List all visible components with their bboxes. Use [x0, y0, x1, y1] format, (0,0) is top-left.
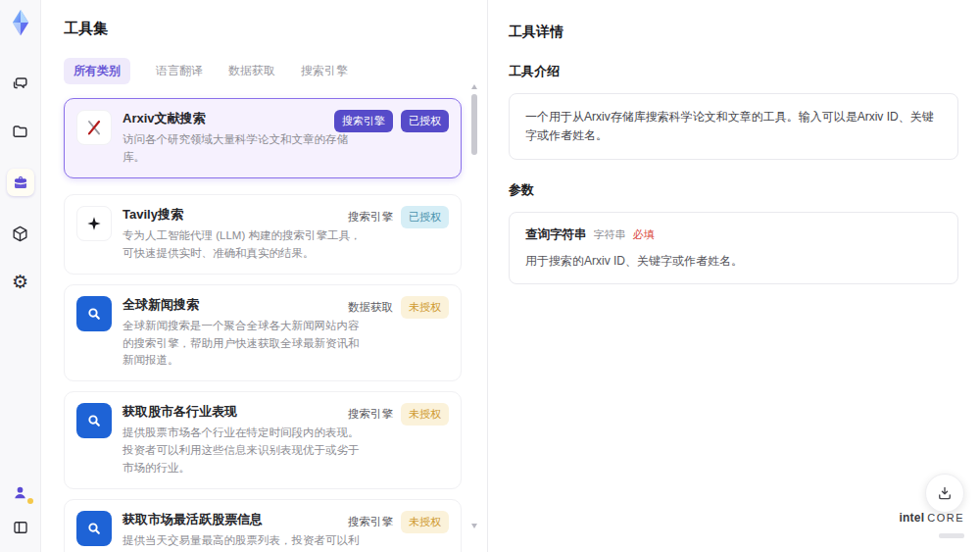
scroll-down-arrow-icon[interactable] [471, 524, 477, 528]
brand-intel-text: intel [900, 511, 925, 525]
tool-name: Arxiv文献搜索 [122, 110, 369, 127]
param-name: 查询字符串 [525, 226, 587, 243]
tab-search-engine[interactable]: 搜索引擎 [301, 63, 348, 79]
tool-name: Tavily搜索 [122, 206, 369, 224]
param-description: 用于搜索的Arxiv ID、关键字或作者姓名。 [525, 252, 942, 270]
category-label: 搜索引擎 [348, 210, 393, 225]
tab-data-fetch[interactable]: 数据获取 [228, 63, 275, 79]
download-button[interactable] [925, 474, 964, 513]
tool-card-sector-performance[interactable]: 获取股市各行业表现 提供股票市场各个行业在特定时间段内的表现。投资者可以利用这些… [64, 391, 462, 489]
param-type: 字符串 [594, 227, 626, 242]
tool-name: 获取股市各行业表现 [122, 403, 369, 421]
tool-description: 专为人工智能代理 (LLM) 构建的搜索引擎工具，可快速提供实时、准确和真实的结… [122, 227, 369, 263]
params-heading: 参数 [509, 181, 958, 199]
brand-core-text: CORE [927, 512, 964, 524]
tool-card-most-active-stocks[interactable]: 获取市场最活跃股票信息 提供当天交易量最高的股票列表，投资者可以利用这些信息来识… [64, 499, 462, 552]
brand-subtag [939, 533, 964, 538]
list-scrollbar[interactable] [470, 84, 478, 546]
status-badge[interactable]: 未授权 [401, 296, 449, 319]
tool-description: 访问各个研究领域大量科学论文和文章的存储库。 [122, 131, 369, 167]
tool-name: 全球新闻搜索 [122, 296, 369, 314]
category-tabs: 所有类别 语言翻译 数据获取 搜索引擎 [64, 58, 462, 84]
magnifier-icon [76, 296, 112, 331]
status-badge[interactable]: 未授权 [401, 403, 449, 426]
category-label: 数据获取 [348, 300, 393, 315]
magnifier-icon [76, 511, 112, 546]
settings-gear-icon[interactable]: ⚙ [10, 271, 31, 292]
user-avatar-icon[interactable] [10, 481, 31, 503]
category-label: 搜索引擎 [348, 407, 393, 422]
intro-text: 一个用于从Arxiv存储库搜索科学论文和文章的工具。输入可以是Arxiv ID、… [525, 108, 942, 145]
detail-title: 工具详情 [509, 24, 958, 41]
tool-description: 提供当天交易量最高的股票列表，投资者可以利用这些信息来识别流动性强的股票和潜在的… [122, 532, 369, 552]
page-title: 工具集 [64, 20, 462, 38]
intro-box: 一个用于从Arxiv存储库搜索科学论文和文章的工具。输入可以是Arxiv ID、… [509, 93, 958, 160]
app-logo [6, 8, 35, 37]
tool-description: 全球新闻搜索是一个聚合全球各大新闻网站内容的搜索引擎，帮助用户快速获取全球最新资… [122, 318, 369, 370]
toolbox-icon[interactable] [7, 169, 34, 196]
sparkle-icon [76, 206, 112, 241]
status-badge[interactable]: 已授权 [401, 110, 449, 132]
tool-card-tavily[interactable]: Tavily搜索 专为人工智能代理 (LLM) 构建的搜索引擎工具，可快速提供实… [64, 194, 462, 275]
status-badge[interactable]: 未授权 [401, 511, 449, 533]
tool-card-global-news[interactable]: 全球新闻搜索 全球新闻搜索是一个聚合全球各大新闻网站内容的搜索引擎，帮助用户快速… [64, 284, 462, 382]
tool-detail-panel: 工具详情 工具介绍 一个用于从Arxiv存储库搜索科学论文和文章的工具。输入可以… [487, 0, 980, 552]
tool-description: 提供股票市场各个行业在特定时间段内的表现。投资者可以利用这些信息来识别表现优于或… [122, 425, 369, 477]
magnifier-icon [76, 403, 112, 438]
category-label: 搜索引擎 [348, 515, 393, 529]
param-box: 查询字符串 字符串 必填 用于搜索的Arxiv ID、关键字或作者姓名。 [509, 212, 958, 284]
tool-list-panel: 工具集 所有类别 语言翻译 数据获取 搜索引擎 Arxiv文献搜索 访问各个研究… [41, 0, 487, 552]
status-dot [27, 498, 33, 504]
intro-heading: 工具介绍 [509, 63, 958, 80]
collapse-panel-icon[interactable] [10, 517, 31, 538]
arxiv-icon [76, 110, 112, 145]
chat-icon[interactable] [10, 73, 31, 94]
status-badge[interactable]: 已授权 [401, 206, 449, 228]
category-tag[interactable]: 搜索引擎 [334, 110, 393, 132]
scroll-up-arrow-icon[interactable] [471, 84, 477, 89]
scrollbar-thumb[interactable] [471, 94, 477, 155]
tool-card-list: Arxiv文献搜索 访问各个研究领域大量科学论文和文章的存储库。 搜索引擎 已授… [64, 98, 462, 552]
icon-rail: ⚙ [0, 0, 41, 552]
param-required-flag: 必填 [633, 227, 655, 242]
intel-core-logo: intelCORE [900, 512, 964, 542]
folder-icon[interactable] [10, 121, 31, 142]
tab-all-categories[interactable]: 所有类别 [64, 58, 130, 84]
download-icon [936, 484, 954, 502]
package-icon[interactable] [10, 223, 31, 244]
tab-language-translation[interactable]: 语言翻译 [156, 63, 203, 79]
tool-name: 获取市场最活跃股票信息 [122, 511, 369, 528]
tool-card-arxiv[interactable]: Arxiv文献搜索 访问各个研究领域大量科学论文和文章的存储库。 搜索引擎 已授… [64, 98, 462, 178]
